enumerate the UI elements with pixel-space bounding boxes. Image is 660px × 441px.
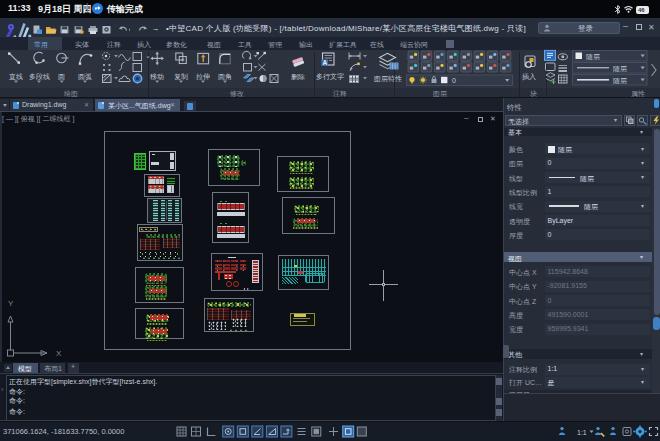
svg-text:移动: 移动	[150, 73, 164, 81]
svg-text:随层: 随层	[586, 53, 600, 61]
svg-text:1:1: 1:1	[577, 429, 587, 436]
svg-text:拉伸: 拉伸	[196, 73, 210, 80]
svg-text:0: 0	[452, 77, 456, 84]
svg-text:多行文字: 多行文字	[316, 72, 344, 81]
svg-text:直线: 直线	[9, 73, 23, 80]
svg-text:插入: 插入	[522, 73, 536, 81]
svg-text:复制: 复制	[174, 73, 188, 81]
svg-text:X: X	[56, 349, 62, 358]
svg-text:随层: 随层	[613, 65, 627, 73]
svg-text:随层: 随层	[613, 77, 627, 85]
svg-text:圆弧: 圆弧	[78, 73, 92, 81]
svg-text:A: A	[323, 59, 328, 66]
svg-text:删除: 删除	[291, 73, 305, 81]
svg-text:圆: 圆	[58, 73, 65, 81]
svg-text:多段线: 多段线	[29, 73, 50, 80]
svg-text:圆角: 圆角	[218, 73, 232, 81]
svg-text:图层特性: 图层特性	[374, 75, 402, 83]
svg-text:Y: Y	[8, 299, 14, 308]
